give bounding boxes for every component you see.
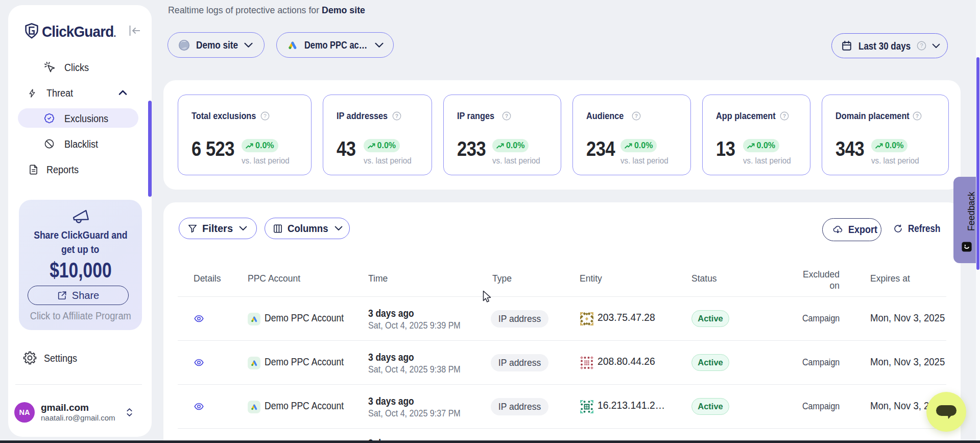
- svg-text:?: ?: [783, 113, 786, 119]
- svg-text:?: ?: [920, 42, 923, 49]
- svg-text:?: ?: [635, 113, 638, 119]
- svg-text:?: ?: [505, 113, 508, 119]
- svg-text:?: ?: [264, 113, 267, 119]
- svg-text:?: ?: [916, 113, 919, 119]
- svg-text:?: ?: [395, 113, 398, 119]
